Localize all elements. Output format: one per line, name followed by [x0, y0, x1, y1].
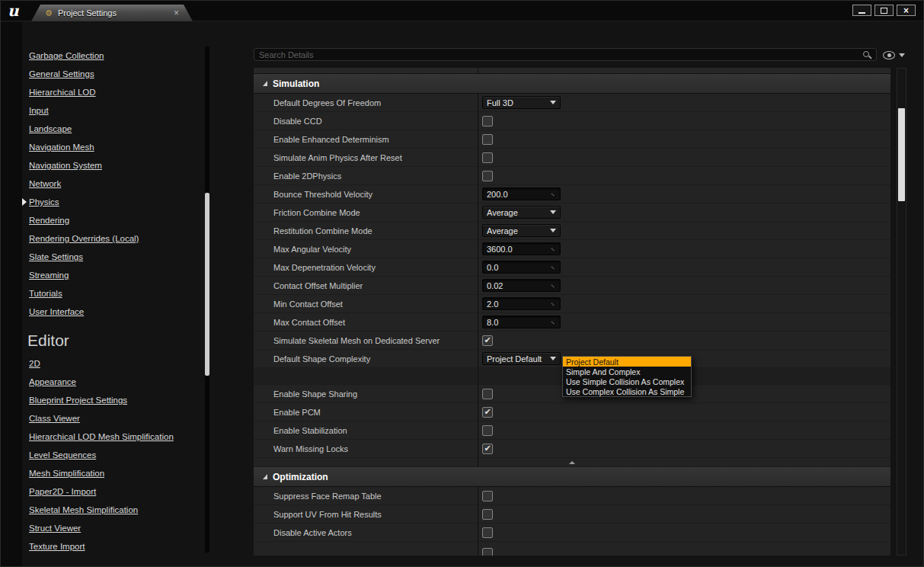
enable-2dphysics-checkbox[interactable]: [482, 171, 493, 181]
setting-value-cell: 2.0↔: [478, 295, 890, 312]
sidebar-item-general-settings[interactable]: General Settings: [22, 65, 203, 83]
sidebar-item-2d[interactable]: 2D: [22, 354, 203, 373]
dropdown-option-use-complex-collision-as-simple[interactable]: Use Complex Collision As Simple: [563, 386, 691, 396]
dropdown-option-use-simple-collision-as-complex[interactable]: Use Simple Collision As Complex: [563, 376, 691, 386]
tab-project-settings[interactable]: ⚙ Project Settings ×: [31, 5, 193, 21]
minimize-button[interactable]: [852, 5, 871, 16]
warn-missing-locks-checkbox[interactable]: ✔: [482, 444, 493, 454]
sidebar-item-hierarchical-lod-mesh-simplification[interactable]: Hierarchical LOD Mesh Simplification: [22, 428, 203, 446]
settings-row-disable-active-actors: Disable Active Actors: [254, 524, 890, 542]
enable-shape-sharing-checkbox[interactable]: [482, 389, 493, 399]
sidebar-item-struct-viewer[interactable]: Struct Viewer: [22, 519, 203, 537]
visibility-icon[interactable]: [883, 51, 895, 59]
close-button[interactable]: ×: [897, 5, 916, 16]
default-shape-complexity-dropdown[interactable]: Project Default: [482, 352, 561, 365]
enable-enhanced-determinism-checkbox[interactable]: [482, 134, 493, 145]
max-angular-velocity-input[interactable]: 3600.0↔: [482, 242, 561, 255]
disable-active-actors-checkbox[interactable]: [482, 527, 493, 538]
setting-label-cell: Default Degrees Of Freedom: [254, 94, 478, 111]
sidebar-item-label: Garbage Collection: [29, 51, 104, 60]
number-value: 0.0: [487, 263, 550, 272]
sidebar-item-skeletal-mesh-simplification[interactable]: Skeletal Mesh Simplification: [22, 501, 203, 519]
restitution-combine-mode-dropdown[interactable]: Average: [482, 224, 561, 237]
search-details-box[interactable]: [254, 48, 877, 61]
support-uv-from-hit-results-checkbox[interactable]: [482, 509, 493, 520]
sidebar-item-network[interactable]: Network: [22, 175, 203, 193]
sidebar-item-rendering-overrides-local[interactable]: Rendering Overrides (Local): [22, 229, 203, 248]
contact-offset-multiplier-input[interactable]: 0.02↔: [482, 279, 561, 292]
advanced-collapse-bar[interactable]: [254, 458, 890, 467]
dropdown-option-project-default[interactable]: Project Default: [563, 357, 691, 367]
sidebar-item-tutorials[interactable]: Tutorials: [22, 284, 203, 303]
enable-stabilization-checkbox[interactable]: [482, 425, 493, 436]
maximize-icon: [881, 8, 887, 14]
sidebar-item-garbage-collection[interactable]: Garbage Collection: [22, 46, 203, 65]
sidebar-item-mesh-simplification[interactable]: Mesh Simplification: [22, 464, 203, 482]
settings-row-disable-ccd: Disable CCD: [254, 112, 890, 130]
section-title: Optimization: [273, 472, 328, 482]
sidebar-item-rendering[interactable]: Rendering: [22, 211, 203, 229]
setting-value-cell: [478, 130, 890, 148]
sidebar-item-slate-settings[interactable]: Slate Settings: [22, 248, 203, 266]
drag-spinner-icon: ↔: [548, 190, 557, 198]
sidebar-item-user-interface[interactable]: User Interface: [22, 303, 203, 321]
enable-pcm-checkbox[interactable]: ✔: [482, 407, 493, 418]
max-contact-offset-input[interactable]: 8.0↔: [482, 316, 561, 328]
bounce-threshold-velocity-input[interactable]: 200.0↔: [482, 187, 561, 200]
tab-close-icon[interactable]: ×: [174, 8, 179, 18]
sidebar-item-label: Physics: [29, 197, 59, 207]
maximize-button[interactable]: [874, 5, 894, 16]
suppress-face-remap-table-checkbox[interactable]: [482, 491, 493, 501]
setting-value-cell: [478, 487, 890, 505]
sidebar-item-physics[interactable]: Physics: [22, 193, 203, 211]
setting-label: Min Contact Offset: [273, 300, 343, 309]
sidebar-item-class-viewer[interactable]: Class Viewer: [22, 409, 203, 428]
sidebar-item-streaming[interactable]: Streaming: [22, 266, 203, 284]
section-header-simulation[interactable]: Simulation: [254, 74, 890, 94]
details-scrollbar-thumb[interactable]: [898, 108, 905, 201]
sidebar-item-blueprint-project-settings[interactable]: Blueprint Project Settings: [22, 391, 203, 409]
sidebar-item-navigation-mesh[interactable]: Navigation Mesh: [22, 138, 203, 156]
sidebar-item-label: User Interface: [29, 307, 84, 316]
settings-row-restitution-combine-mode: Restitution Combine ModeAverage: [254, 222, 890, 240]
disable-ccd-checkbox[interactable]: [482, 116, 493, 127]
setting-value-cell: [478, 505, 890, 523]
setting-label-cell: Min Contact Offset: [254, 295, 478, 312]
sidebar-item-landscape[interactable]: Landscape: [22, 120, 203, 138]
setting-label-cell: Disable Active Actors: [254, 524, 478, 541]
min-contact-offset-input[interactable]: 2.0↔: [482, 297, 561, 310]
setting-label: Warn Missing Locks: [273, 444, 348, 453]
sidebar-item-appearance[interactable]: Appearance: [22, 373, 203, 391]
max-depenetration-velocity-input[interactable]: 0.0↔: [482, 261, 561, 274]
friction-combine-mode-dropdown[interactable]: Average: [482, 206, 561, 219]
dropdown-option-simple-and-complex[interactable]: Simple And Complex: [563, 367, 691, 376]
setting-label-cell: Enable PCM: [254, 403, 478, 421]
project-settings-window: u ⚙ Project Settings × × Garbage Collect…: [0, 0, 924, 567]
sidebar-scrollbar-thumb[interactable]: [205, 193, 209, 376]
simulate-skeletal-mesh-on-dedicated-server-checkbox[interactable]: ✔: [482, 335, 493, 346]
setting-value-cell: [478, 542, 890, 556]
sidebar-item-hierarchical-lod[interactable]: Hierarchical LOD: [22, 83, 203, 101]
sidebar-item-texture-import[interactable]: Texture Import: [22, 537, 203, 554]
setting-checkbox[interactable]: [482, 548, 493, 556]
sidebar-item-label: Blueprint Project Settings: [29, 396, 127, 405]
sidebar-item-paper2d-import[interactable]: Paper2D - Import: [22, 482, 203, 501]
search-input[interactable]: [259, 50, 859, 59]
setting-label-cell: Max Angular Velocity: [254, 240, 478, 258]
drag-spinner-icon: ↔: [548, 245, 557, 253]
sidebar-item-level-sequences[interactable]: Level Sequences: [22, 446, 203, 464]
drag-spinner-icon: ↔: [548, 318, 557, 326]
setting-label-cell: Friction Combine Mode: [254, 203, 478, 221]
settings-row-max-angular-velocity: Max Angular Velocity3600.0↔: [254, 240, 890, 258]
setting-value-cell: [478, 112, 890, 130]
sidebar-scrollbar[interactable]: [205, 46, 209, 553]
section-header-optimization[interactable]: Optimization: [254, 467, 890, 487]
number-value: 200.0: [487, 190, 550, 199]
details-scrollbar[interactable]: [897, 68, 906, 556]
chevron-down-icon[interactable]: [899, 53, 905, 57]
simulate-anim-physics-after-reset-checkbox[interactable]: [482, 152, 493, 163]
sidebar-item-input[interactable]: Input: [22, 101, 203, 120]
sidebar-item-label: Navigation Mesh: [29, 143, 94, 152]
default-degrees-of-freedom-dropdown[interactable]: Full 3D: [482, 96, 561, 109]
sidebar-item-navigation-system[interactable]: Navigation System: [22, 156, 203, 175]
